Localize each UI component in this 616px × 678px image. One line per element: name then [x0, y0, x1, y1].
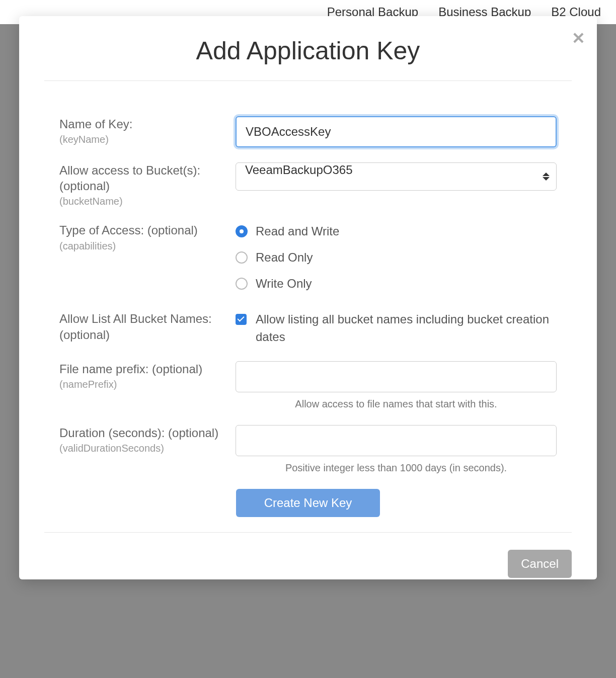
label-text: Allow List All Bucket Names: (optional)	[59, 311, 225, 342]
label-text: Type of Access: (optional)	[59, 222, 225, 238]
submit-row: Create New Key	[59, 489, 557, 517]
label-text: Name of Key:	[59, 116, 225, 132]
modal-header: Add Application Key ✕	[44, 16, 572, 81]
radio-icon	[236, 278, 248, 290]
add-app-key-modal: Add Application Key ✕ Name of Key: (keyN…	[19, 16, 597, 579]
radio-icon	[236, 251, 248, 264]
label-text: Allow access to Bucket(s): (optional)	[59, 162, 225, 194]
label-key-name: Name of Key: (keyName)	[59, 116, 225, 145]
label-sub: (capabilities)	[59, 240, 225, 252]
radio-label: Write Only	[256, 277, 312, 291]
control-key-name	[236, 116, 557, 147]
label-sub: (namePrefix)	[59, 379, 225, 390]
radio-label: Read and Write	[256, 224, 339, 238]
radio-label: Read Only	[256, 250, 313, 265]
duration-help: Positive integer less than 1000 days (in…	[236, 462, 557, 474]
field-list-all: Allow List All Bucket Names: (optional) …	[59, 311, 557, 346]
control-duration: Positive integer less than 1000 days (in…	[236, 425, 557, 474]
label-access-type: Type of Access: (optional) (capabilities…	[59, 222, 225, 251]
label-bucket: Allow access to Bucket(s): (optional) (b…	[59, 162, 225, 207]
radio-read-write[interactable]: Read and Write	[236, 224, 557, 238]
modal-title: Add Application Key	[44, 36, 572, 65]
close-icon[interactable]: ✕	[571, 30, 586, 45]
field-key-name: Name of Key: (keyName)	[59, 116, 557, 147]
control-bucket: VeeamBackupO365	[236, 162, 557, 191]
radio-read-only[interactable]: Read Only	[236, 250, 557, 265]
label-list-all: Allow List All Bucket Names: (optional)	[59, 311, 225, 342]
field-duration: Duration (seconds): (optional) (validDur…	[59, 425, 557, 474]
cancel-button[interactable]: Cancel	[508, 550, 572, 578]
key-name-input[interactable]	[236, 116, 557, 147]
bucket-select[interactable]: VeeamBackupO365	[236, 162, 557, 191]
radio-icon	[236, 225, 248, 237]
modal-footer: Cancel	[44, 532, 572, 578]
label-text: File name prefix: (optional)	[59, 361, 225, 377]
control-list-all: Allow listing all bucket names including…	[236, 311, 557, 346]
create-key-button[interactable]: Create New Key	[236, 489, 380, 517]
label-name-prefix: File name prefix: (optional) (namePrefix…	[59, 361, 225, 390]
label-duration: Duration (seconds): (optional) (validDur…	[59, 425, 225, 454]
field-name-prefix: File name prefix: (optional) (namePrefix…	[59, 361, 557, 410]
radio-write-only[interactable]: Write Only	[236, 277, 557, 291]
modal-body: Name of Key: (keyName) Allow access to B…	[19, 81, 597, 532]
list-all-checkbox[interactable]	[236, 314, 247, 325]
checkbox-label: Allow listing all bucket names including…	[256, 311, 557, 346]
access-radio-group: Read and Write Read Only Write Only	[236, 222, 557, 291]
field-access-type: Type of Access: (optional) (capabilities…	[59, 222, 557, 291]
name-prefix-help: Allow access to file names that start wi…	[236, 398, 557, 410]
label-text: Duration (seconds): (optional)	[59, 425, 225, 441]
control-name-prefix: Allow access to file names that start wi…	[236, 361, 557, 410]
label-sub: (validDurationSeconds)	[59, 443, 225, 454]
name-prefix-input[interactable]	[236, 361, 557, 392]
label-sub: (keyName)	[59, 134, 225, 145]
field-bucket: Allow access to Bucket(s): (optional) (b…	[59, 162, 557, 207]
duration-input[interactable]	[236, 425, 557, 456]
label-sub: (bucketName)	[59, 196, 225, 207]
